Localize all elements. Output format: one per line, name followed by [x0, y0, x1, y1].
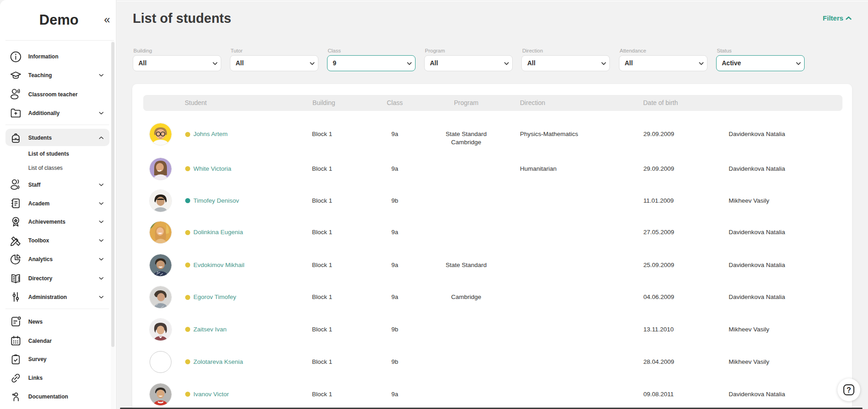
svg-text:?: ?: [847, 386, 851, 394]
